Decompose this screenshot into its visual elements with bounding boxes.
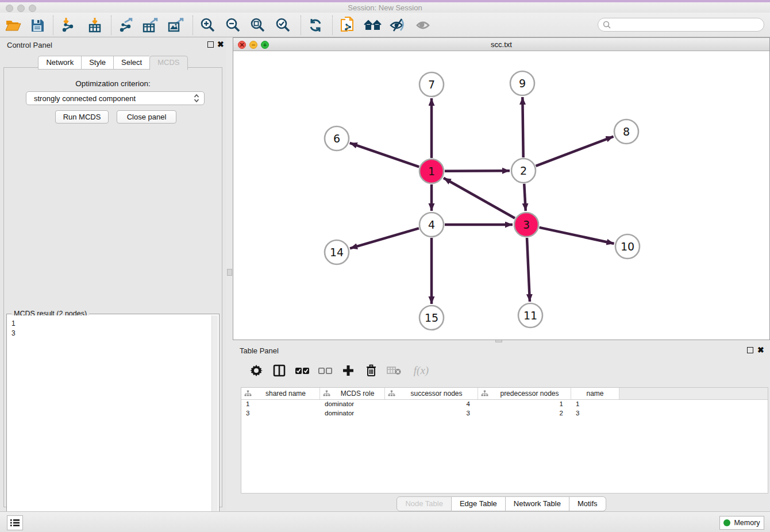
table-cell: 3 bbox=[571, 409, 619, 418]
table-body: 1dominator4113dominator323 bbox=[241, 400, 768, 418]
svg-text:8: 8 bbox=[623, 125, 630, 138]
tab-mcds[interactable]: MCDS bbox=[149, 56, 187, 70]
tab-select[interactable]: Select bbox=[113, 56, 149, 70]
memory-button[interactable]: Memory bbox=[719, 516, 764, 530]
edge-2-8[interactable] bbox=[536, 137, 614, 166]
svg-text:9: 9 bbox=[519, 77, 526, 90]
float-panel-icon[interactable] bbox=[747, 347, 753, 353]
optimization-criterion-select[interactable]: strongly connected component bbox=[26, 91, 205, 105]
mcds-result-list[interactable]: 13 bbox=[8, 315, 211, 531]
column-header-shared-name[interactable]: shared name bbox=[241, 388, 320, 399]
table-row[interactable]: 3dominator323 bbox=[241, 409, 768, 418]
result-scrollbar[interactable] bbox=[211, 315, 218, 531]
zoom-in-button[interactable] bbox=[198, 16, 218, 34]
float-panel-icon[interactable] bbox=[207, 41, 214, 48]
network-graph[interactable]: 7968124314101511 bbox=[233, 51, 769, 340]
eye-icon bbox=[415, 18, 432, 33]
task-history-button[interactable] bbox=[7, 515, 23, 530]
network-canvas[interactable]: 7968124314101511 bbox=[233, 51, 769, 340]
graph-node-11[interactable]: 11 bbox=[518, 303, 542, 327]
node-table[interactable]: shared nameMCDS rolesuccessor nodesprede… bbox=[241, 387, 768, 494]
column-header-successor-nodes[interactable]: successor nodes bbox=[385, 388, 478, 399]
close-panel-icon[interactable]: ✖ bbox=[217, 40, 224, 48]
graph-node-7[interactable]: 7 bbox=[419, 72, 444, 97]
zoom-selected-button[interactable] bbox=[274, 16, 293, 34]
apply-function-button[interactable]: f(x) bbox=[410, 363, 433, 378]
deselect-all-button[interactable] bbox=[318, 363, 333, 378]
column-header-name[interactable]: name bbox=[571, 388, 619, 399]
graph-node-9[interactable]: 9 bbox=[510, 71, 534, 95]
edge-4-14[interactable] bbox=[350, 228, 419, 248]
graph-node-8[interactable]: 8 bbox=[614, 119, 638, 144]
result-item[interactable]: 3 bbox=[11, 329, 211, 338]
hide-selected-button[interactable] bbox=[388, 16, 407, 34]
tab-edge-table[interactable]: Edge Table bbox=[452, 496, 506, 511]
show-all-button[interactable] bbox=[414, 16, 433, 34]
graph-node-3[interactable]: 3 bbox=[514, 213, 538, 237]
app-title: Session: New Session bbox=[0, 3, 770, 12]
open-session-button[interactable] bbox=[3, 16, 23, 34]
graph-node-6[interactable]: 6 bbox=[325, 126, 349, 151]
tab-node-table[interactable]: Node Table bbox=[396, 496, 452, 511]
zoom-out-button[interactable] bbox=[224, 16, 243, 34]
edge-3-10[interactable] bbox=[539, 228, 614, 244]
gear-icon bbox=[250, 364, 263, 377]
export-network-button[interactable] bbox=[116, 16, 135, 34]
edge-1-6[interactable] bbox=[350, 143, 419, 167]
import-table-button[interactable] bbox=[85, 16, 105, 34]
export-image-button[interactable] bbox=[165, 16, 185, 34]
close-panel-label: Close panel bbox=[127, 113, 167, 121]
graph-node-14[interactable]: 14 bbox=[325, 240, 349, 264]
graph-node-10[interactable]: 10 bbox=[615, 234, 640, 259]
add-column-button[interactable] bbox=[341, 363, 356, 378]
result-item[interactable]: 1 bbox=[11, 319, 211, 329]
tab-motifs[interactable]: Motifs bbox=[569, 496, 606, 511]
search-input[interactable] bbox=[611, 20, 764, 30]
column-header-predecessor-nodes[interactable]: predecessor nodes bbox=[478, 388, 571, 399]
close-panel-button[interactable]: Close panel bbox=[117, 110, 176, 124]
table-mode-button[interactable] bbox=[272, 363, 287, 378]
tab-style[interactable]: Style bbox=[81, 56, 113, 70]
tab-network[interactable]: Network bbox=[38, 56, 81, 70]
table-cell: 1 bbox=[571, 400, 619, 409]
table-settings-button[interactable] bbox=[249, 363, 264, 378]
clone-network-button[interactable] bbox=[338, 16, 357, 34]
open-folder-icon bbox=[5, 18, 21, 32]
table-panel: Table Panel ✖ bbox=[233, 343, 770, 511]
zoom-fit-button[interactable] bbox=[248, 16, 268, 34]
run-mcds-button[interactable]: Run MCDS bbox=[55, 110, 109, 124]
edge-1-2[interactable] bbox=[445, 171, 510, 171]
column-label: name bbox=[571, 390, 619, 398]
edge-2-3[interactable] bbox=[524, 184, 526, 211]
plus-icon bbox=[342, 364, 355, 377]
refresh-view-button[interactable] bbox=[306, 16, 325, 34]
save-session-button[interactable] bbox=[28, 16, 47, 34]
search-icon bbox=[603, 21, 611, 29]
graph-node-2[interactable]: 2 bbox=[511, 159, 536, 183]
edge-2-9[interactable] bbox=[522, 97, 523, 157]
table-toolbar: f(x) bbox=[238, 358, 764, 383]
export-table-icon bbox=[141, 17, 159, 33]
export-table-button[interactable] bbox=[140, 16, 160, 34]
import-network-icon bbox=[60, 17, 76, 33]
delete-table-button[interactable] bbox=[387, 363, 402, 378]
first-neighbors-button[interactable] bbox=[363, 16, 383, 34]
tab-network-table[interactable]: Network Table bbox=[506, 496, 569, 511]
vertical-splitter-grip[interactable] bbox=[227, 269, 232, 276]
run-mcds-label: Run MCDS bbox=[63, 113, 101, 121]
delete-column-button[interactable] bbox=[364, 363, 379, 378]
graph-node-15[interactable]: 15 bbox=[419, 306, 444, 330]
column-header-MCDS-role[interactable]: MCDS role bbox=[320, 388, 385, 399]
edge-3-11[interactable] bbox=[527, 238, 530, 302]
import-network-button[interactable] bbox=[58, 16, 78, 34]
graph-node-4[interactable]: 4 bbox=[419, 213, 444, 237]
checked-boxes-icon bbox=[295, 367, 309, 375]
close-panel-icon[interactable]: ✖ bbox=[757, 346, 764, 354]
edge-3-1[interactable] bbox=[444, 178, 515, 218]
column-label: shared name bbox=[252, 390, 319, 398]
network-window-title: scc.txt bbox=[233, 40, 769, 49]
graph-node-1[interactable]: 1 bbox=[419, 159, 444, 183]
network-view-window: ✕ − + scc.txt 7968124314101511 bbox=[233, 37, 770, 340]
select-all-button[interactable] bbox=[295, 363, 310, 378]
table-row[interactable]: 1dominator411 bbox=[241, 400, 768, 409]
